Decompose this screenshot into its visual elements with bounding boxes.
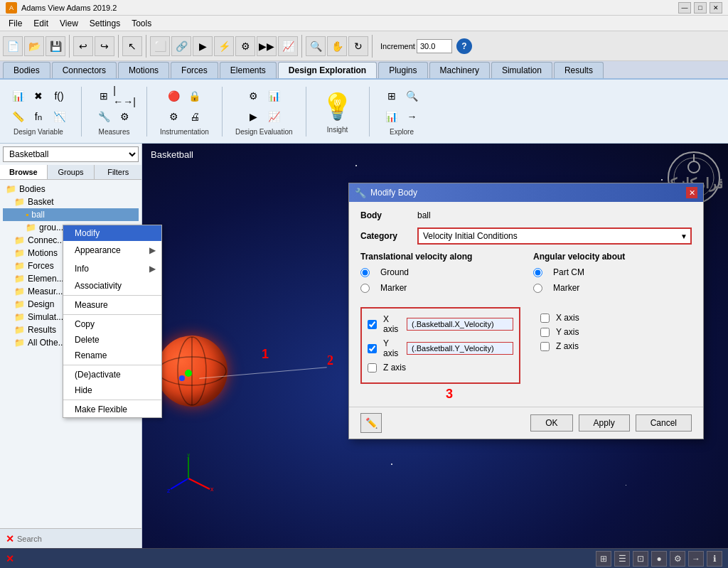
ctx-modify[interactable]: Modify [63, 225, 161, 241]
ribbon-insight[interactable]: 💡 Insight [316, 87, 359, 136]
exp-icon4[interactable]: → [403, 107, 422, 126]
exp-icon2[interactable]: 🔍 [403, 87, 422, 105]
tb-select[interactable]: ↖ [122, 36, 142, 56]
partcm-radio[interactable] [533, 268, 542, 277]
tab-browse[interactable]: Browse [0, 165, 48, 179]
tab-connectors[interactable]: Connectors [52, 62, 117, 78]
dv-icon1[interactable]: 📊 [9, 87, 27, 105]
menu-edit[interactable]: Edit [28, 17, 54, 30]
status-icon-arrow[interactable]: → [688, 551, 704, 567]
ribbon-design-eval[interactable]: ⚙ 📊 ▶ 📈 Design Evaluation [232, 84, 296, 139]
maximize-button[interactable]: □ [694, 2, 707, 14]
exp-icon1[interactable]: ⊞ [382, 87, 401, 105]
menu-view[interactable]: View [54, 17, 84, 30]
tb-open[interactable]: 📂 [24, 36, 44, 56]
x-axis-input[interactable]: (.Basketball.X_Velocity) [407, 318, 513, 331]
insight-icon[interactable]: 💡 [321, 90, 355, 124]
tab-machinery[interactable]: Machinery [429, 62, 490, 78]
tb-pan[interactable]: ✋ [327, 36, 347, 56]
edit-icon-button[interactable]: ✏️ [360, 413, 382, 433]
tab-design-exploration[interactable]: Design Exploration [278, 62, 377, 78]
help-button[interactable]: ? [456, 38, 472, 54]
partcm-radio-label[interactable]: Part CM [533, 267, 692, 277]
z-axis-checkbox[interactable] [368, 363, 377, 373]
tb-motion[interactable]: ▶ [193, 36, 213, 56]
model-dropdown[interactable]: Basketball [3, 146, 139, 162]
y-axis-input[interactable]: (.Basketball.Y_Velocity) [407, 342, 513, 355]
tab-elements[interactable]: Elements [220, 62, 277, 78]
ribbon-explore[interactable]: ⊞ 🔍 📊 → Explore [380, 84, 424, 139]
tb-joint[interactable]: 🔗 [171, 36, 191, 56]
marker-radio2-label[interactable]: Marker [533, 283, 692, 293]
ctx-associativity[interactable]: Associativity [63, 278, 161, 294]
menu-tools[interactable]: Tools [126, 17, 157, 30]
de-icon3[interactable]: ▶ [245, 107, 263, 126]
tb-force[interactable]: ⚡ [214, 36, 234, 56]
inst-icon2[interactable]: 🔒 [186, 87, 204, 105]
ribbon-measures[interactable]: ⊞ |←→| 🔧 ⚙ Measures [92, 84, 136, 139]
marker-radio1-label[interactable]: Marker [360, 283, 519, 293]
tb-redo[interactable]: ↪ [95, 36, 114, 56]
status-icon-gear[interactable]: ⚙ [670, 551, 685, 567]
de-icon1[interactable]: ⚙ [245, 87, 263, 105]
ctx-hide[interactable]: Hide [63, 382, 161, 398]
status-icon-dot[interactable]: ● [651, 551, 667, 567]
de-icon2[interactable]: 📊 [265, 87, 284, 105]
exp-icon3[interactable]: 📊 [382, 107, 401, 126]
ctx-rename[interactable]: Rename [63, 348, 161, 363]
inst-icon3[interactable]: ⚙ [165, 107, 183, 126]
status-icon-grid[interactable]: ⊞ [596, 551, 611, 567]
tab-motions[interactable]: Motions [118, 62, 169, 78]
cancel-button[interactable]: Cancel [636, 414, 692, 432]
inst-icon1[interactable]: 🔴 [165, 87, 183, 105]
category-select[interactable]: Velocity Initial Conditions Mass Propert… [417, 227, 692, 245]
marker-radio1[interactable] [360, 284, 370, 293]
ctx-copy[interactable]: Copy [63, 316, 161, 332]
ctx-delete[interactable]: Delete [63, 332, 161, 348]
tb-rotate[interactable]: ↻ [348, 36, 368, 56]
status-clear-icon[interactable]: ✕ [6, 553, 14, 564]
ctx-info[interactable]: Info [63, 261, 149, 277]
tab-forces[interactable]: Forces [171, 62, 218, 78]
tab-groups[interactable]: Groups [48, 165, 95, 179]
ok-button[interactable]: OK [530, 414, 572, 432]
tab-bodies[interactable]: Bodies [3, 62, 50, 78]
ribbon-instrumentation[interactable]: 🔴 🔒 ⚙ 🖨 Instrumentation [157, 84, 212, 139]
x-axis-checkbox[interactable] [368, 320, 377, 329]
tb-simulate[interactable]: ▶▶ [257, 36, 277, 56]
inst-icon4[interactable]: 🖨 [186, 107, 204, 126]
apply-button[interactable]: Apply [579, 414, 630, 432]
close-button[interactable]: ✕ [710, 2, 722, 14]
tab-plugins[interactable]: Plugins [378, 62, 427, 78]
tb-new[interactable]: 📄 [3, 36, 23, 56]
tb-body[interactable]: ⬜ [150, 36, 170, 56]
m-icon3[interactable]: 🔧 [95, 107, 113, 126]
increment-input[interactable] [417, 39, 452, 53]
status-icon-list[interactable]: ☰ [614, 551, 630, 567]
ang-z-axis-checkbox[interactable] [540, 342, 550, 351]
status-icon-box[interactable]: ⊡ [633, 551, 648, 567]
tree-bodies[interactable]: 📁 Bodies [3, 183, 139, 195]
y-axis-checkbox[interactable] [368, 344, 377, 353]
ground-radio-label[interactable]: Ground [360, 267, 519, 277]
minimize-button[interactable]: — [678, 2, 691, 14]
ribbon-design-variable[interactable]: 📊 ✖ f() 📏 fn 📉 Design Variable [6, 84, 71, 139]
tb-undo[interactable]: ↩ [73, 36, 93, 56]
tree-ball[interactable]: ▪ ball [3, 208, 139, 221]
dialog-close-button[interactable]: ✕ [686, 187, 697, 198]
ctx-appearance[interactable]: Appearance [63, 242, 149, 258]
ctx-measure[interactable]: Measure [63, 297, 161, 313]
tree-basket[interactable]: 📁 Basket [3, 195, 139, 208]
tab-filters[interactable]: Filters [95, 165, 141, 179]
m-icon1[interactable]: ⊞ [95, 87, 113, 105]
tb-mesh[interactable]: ⚙ [235, 36, 255, 56]
dv-icon6[interactable]: 📉 [50, 107, 68, 126]
tb-save[interactable]: 💾 [46, 36, 65, 56]
ctx-deactivate[interactable]: (De)activate [63, 367, 161, 382]
tb-result[interactable]: 📈 [278, 36, 298, 56]
m-icon4[interactable]: ⚙ [115, 107, 134, 126]
ang-y-axis-checkbox[interactable] [540, 328, 550, 337]
dv-icon4[interactable]: 📏 [9, 107, 27, 126]
ctx-make-flexible[interactable]: Make Flexible [63, 402, 161, 417]
de-icon4[interactable]: 📈 [265, 107, 284, 126]
